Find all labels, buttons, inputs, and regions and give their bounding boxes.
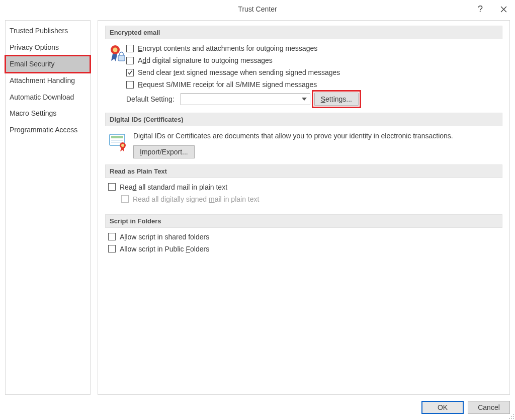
trust-center-dialog: Trust Center ? Trusted Publishers Privac…: [0, 0, 515, 420]
digital-ids-description: Digital IDs or Certificates are document…: [133, 131, 499, 141]
chevron-down-icon: [301, 95, 308, 103]
sidebar-item-privacy-options[interactable]: Privacy Options: [6, 39, 90, 56]
settings-button[interactable]: Settings...: [314, 93, 359, 106]
content-pane: Encrypted email Encrypt contents and att…: [98, 20, 510, 395]
default-setting-combo[interactable]: [181, 93, 310, 105]
row-read-all-plain: Read all standard mail in plain text: [108, 183, 499, 191]
row-encrypt-contents: Encrypt contents and attachments for out…: [126, 44, 499, 52]
section-plain-text: Read all standard mail in plain text Rea…: [105, 183, 502, 214]
sidebar-item-email-security[interactable]: Email Security: [6, 56, 90, 72]
svg-point-16: [511, 418, 512, 419]
row-request-receipt: Request S/MIME receipt for all S/MIME si…: [126, 80, 499, 89]
checkbox-read-signed-plain: [121, 195, 129, 203]
dialog-footer: OK Cancel: [421, 401, 510, 414]
window-title: Trust Center: [0, 5, 515, 13]
cancel-button[interactable]: Cancel: [468, 401, 510, 414]
section-encrypted-email: Encrypt contents and attachments for out…: [105, 44, 502, 113]
section-digital-ids: Digital IDs or Certificates are document…: [105, 131, 502, 164]
label-script-public: Allow script in Public Folders: [120, 245, 209, 253]
close-icon: [500, 6, 507, 13]
svg-point-13: [511, 416, 512, 417]
label-add-signature: Add digital signature to outgoing messag…: [138, 56, 273, 64]
svg-point-12: [513, 414, 514, 415]
label-read-signed-plain: Read all digitally signed mail in plain …: [133, 195, 259, 203]
svg-point-15: [509, 418, 510, 419]
label-script-shared: Allow script in shared folders: [120, 233, 209, 241]
section-header-plain-text: Read as Plain Text: [105, 164, 502, 178]
resize-grip[interactable]: [508, 413, 515, 420]
section-header-encrypted-email: Encrypted email: [105, 26, 502, 39]
default-setting-label: Default Setting:: [126, 95, 175, 103]
svg-point-3: [113, 48, 118, 52]
svg-point-14: [513, 416, 514, 417]
svg-rect-4: [118, 55, 125, 61]
row-read-signed-plain: Read all digitally signed mail in plain …: [121, 195, 499, 203]
checkbox-script-shared[interactable]: [108, 233, 116, 240]
row-script-shared: Allow script in shared folders: [108, 233, 499, 241]
ok-button[interactable]: OK: [421, 401, 464, 414]
label-request-receipt: Request S/MIME receipt for all S/MIME si…: [138, 80, 317, 89]
svg-point-11: [121, 144, 124, 147]
sidebar-item-programmatic-access[interactable]: Programmatic Access: [6, 122, 90, 138]
sidebar-item-trusted-publishers[interactable]: Trusted Publishers: [6, 23, 90, 39]
checkbox-request-receipt[interactable]: [126, 81, 134, 89]
label-read-all-plain: Read all standard mail in plain text: [120, 183, 227, 191]
category-sidebar: Trusted Publishers Privacy Options Email…: [5, 20, 91, 395]
window-controls: ?: [469, 0, 515, 18]
section-header-script: Script in Folders: [105, 214, 502, 228]
certificate-icon: [108, 131, 128, 151]
label-send-clear: Send clear text signed message when send…: [138, 68, 340, 76]
checkbox-read-all-plain[interactable]: [108, 183, 116, 191]
dialog-body: Trusted Publishers Privacy Options Email…: [5, 20, 510, 395]
row-add-signature: Add digital signature to outgoing messag…: [126, 56, 499, 64]
sidebar-item-attachment-handling[interactable]: Attachment Handling: [6, 72, 90, 89]
section-header-digital-ids: Digital IDs (Certificates): [105, 113, 502, 126]
help-button[interactable]: ?: [469, 0, 492, 18]
close-button[interactable]: [492, 0, 515, 18]
checkbox-encrypt-contents[interactable]: [126, 45, 134, 52]
row-send-clear: Send clear text signed message when send…: [126, 68, 499, 76]
titlebar: Trust Center ?: [0, 0, 515, 18]
svg-point-17: [513, 418, 514, 419]
sidebar-item-macro-settings[interactable]: Macro Settings: [6, 105, 90, 122]
import-export-button[interactable]: Import/Export...: [133, 145, 195, 158]
checkbox-add-signature[interactable]: [126, 57, 134, 64]
section-script: Allow script in shared folders Allow scr…: [105, 233, 502, 264]
checkbox-script-public[interactable]: [108, 245, 116, 253]
checkbox-send-clear[interactable]: [126, 69, 134, 76]
svg-rect-7: [111, 136, 123, 138]
row-script-public: Allow script in Public Folders: [108, 245, 499, 253]
sidebar-item-automatic-download[interactable]: Automatic Download: [6, 89, 90, 106]
ribbon-lock-icon: [108, 44, 126, 66]
label-encrypt-contents: Encrypt contents and attachments for out…: [138, 44, 317, 52]
svg-marker-5: [302, 98, 307, 101]
